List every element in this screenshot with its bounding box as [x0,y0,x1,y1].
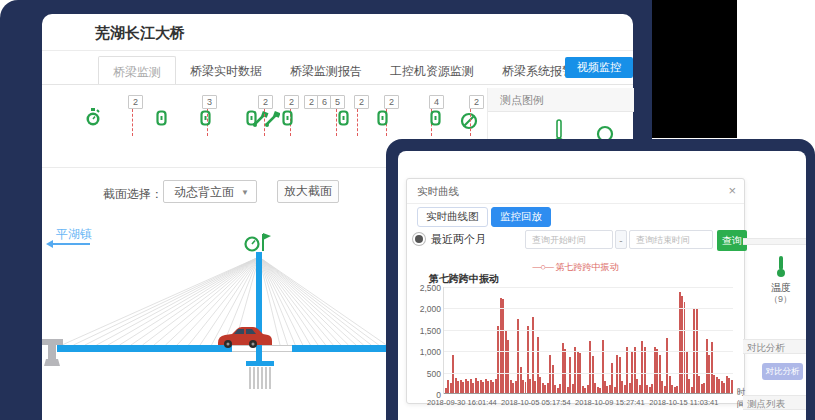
sensor-count-badge: 2 [384,95,399,109]
direction-arrow-head [46,240,53,248]
legend-marker-icon: —○— [533,262,553,272]
y-tick-label: 2,000 [420,304,441,314]
desktop: 芜湖长江大桥 桥梁监测桥梁实时数据桥梁监测报告工控机资源监测桥梁系统报警 视频监… [0,0,815,420]
dialog-title: 实时曲线 [417,185,459,199]
chain-sensor-icon[interactable] [377,110,388,130]
tab-playback[interactable]: 监控回放 [491,207,551,227]
gridline [444,308,733,309]
x-tick-label: 2018-10-05 05:17:54 [501,398,571,407]
right-panel-divider [743,238,806,245]
chain-sensor-icon[interactable] [430,110,441,130]
background-black-region [652,0,737,138]
gridline [444,373,733,374]
gridline [444,351,733,352]
chain-sensor-icon[interactable] [338,110,349,130]
thermometer-icon[interactable] [775,255,787,279]
chain-sensor-icon[interactable] [282,110,293,130]
section-select-label: 截面选择： [103,186,163,203]
sensor-count-badge: 5 [330,95,345,109]
chain-sensor-icon[interactable] [156,110,167,130]
popup-window: 实时曲线 × 实时曲线图 监控回放 最近两个月 - 查询 —○— 第七跨跨中振动… [398,151,806,420]
enlarge-section-button[interactable]: 放大截面 [277,180,339,203]
realtime-curve-dialog: 实时曲线 × 实时曲线图 监控回放 最近两个月 - 查询 —○— 第七跨跨中振动… [406,178,745,404]
section-select-value: 动态背立面 [174,185,234,199]
y-tick-label: 2,500 [420,283,441,293]
legend-label: 第七跨跨中振动 [555,262,618,272]
y-tick-label: 1,500 [420,326,441,336]
point-list-section-header: 测点列表 [743,395,806,410]
x-axis-line [444,393,733,394]
range-separator: - [615,230,627,249]
radio-last-two-months[interactable] [415,235,423,243]
gridline [444,330,733,331]
query-end-time-input[interactable] [629,230,713,249]
direction-label: 平湖镇 [56,226,92,243]
vibration-chart: 2,5002,0001,5001,00050002018-09-30 16:01… [443,287,733,394]
sensor-count-badge: 2 [284,95,299,109]
x-tick-label: 2018-09-30 16:01:44 [427,398,497,407]
gridline [444,287,733,288]
sensor-count-badge: 2 [258,95,273,109]
sensor-dashed-line [470,109,471,136]
y-tick-label: 500 [427,369,441,379]
sensor-count-badge: 2 [469,95,484,109]
direction-arrow [52,243,90,245]
chevron-down-icon: ▼ [241,181,249,204]
sensor-dashed-line [336,109,337,136]
section-select[interactable]: 动态背立面 ▼ [163,180,257,203]
sensor-dashed-line [357,109,358,136]
sensor-count-badge: 2 [354,95,369,109]
compare-section-header: 对比分析 [743,339,806,354]
sensor-count-badge: 4 [429,95,444,109]
sensor-dashed-line [264,109,265,136]
x-tick-label: 2018-10-09 15:27:41 [575,398,645,407]
sensor-count-badge: 2 [128,95,143,109]
sensor-dashed-line [132,109,133,136]
chain-sensor-icon[interactable] [200,110,211,130]
close-icon[interactable]: × [728,183,736,198]
chart-bars [445,287,733,394]
chain-sensor-icon[interactable] [246,110,257,130]
stopwatch-icon[interactable] [84,107,102,127]
radio-label: 最近两个月 [431,232,486,247]
x-tick-label: 2018-10-15 11:03:41 [649,398,718,407]
y-tick-label: 1,000 [420,347,441,357]
legend-panel-title: 测点图例 [488,88,634,112]
prohibition-icon[interactable] [460,112,478,130]
chart-bar [731,380,733,394]
tab-realtime-view[interactable]: 实时曲线图 [417,207,488,227]
popup-right-panel: 温度 （9） 对比分析 对比分析 测点列表 [743,151,806,420]
query-start-time-input[interactable] [525,230,613,249]
sensor-count-badge: 3 [202,95,217,109]
temperature-count: （9） [769,293,792,306]
compare-analysis-button[interactable]: 对比分析 [762,363,803,380]
